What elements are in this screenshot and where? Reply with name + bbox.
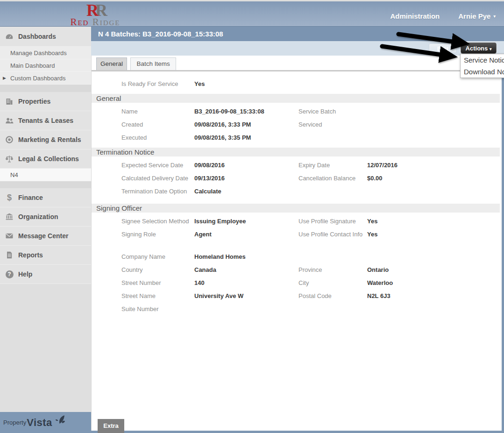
field-label: Termination Date Option <box>121 188 194 195</box>
sidebar-item-label: Help <box>18 270 32 278</box>
sidebar-item-label: Marketing & Rentals <box>18 136 81 143</box>
sidebar-item-custom-dashboards[interactable]: ▶ Custom Dashboards <box>0 72 91 85</box>
row-spacer <box>92 241 502 250</box>
extra-button[interactable]: Extra <box>98 419 124 433</box>
sidebar-item-properties[interactable]: Properties <box>0 92 91 111</box>
sidebar-item-dashboards[interactable]: Dashboards <box>0 27 91 47</box>
field-label: Expiry Date <box>298 162 367 169</box>
sidebar-item-label: Dashboards <box>18 33 56 40</box>
sidebar-item-manage-dashboards[interactable]: Manage Dashboards <box>0 47 91 59</box>
sidebar-item-tenants-leases[interactable]: Tenants & Leases <box>0 111 91 130</box>
field-label: Executed <box>121 134 194 141</box>
sidebar-item-marketing-rentals[interactable]: Marketing & Rentals <box>0 130 91 149</box>
form-row: Country Canada Province Ontario <box>92 263 502 276</box>
form-row: Signee Selection Method Issuing Employee… <box>92 214 502 227</box>
field-value: 09/08/2016 <box>194 162 298 169</box>
field-label: Is Ready For Service <box>121 80 194 87</box>
sidebar: Dashboards Manage Dashboards Main Dashbo… <box>0 27 91 412</box>
leaf-icon <box>53 414 65 428</box>
sidebar-item-help[interactable]: ? Help <box>0 265 91 284</box>
field-label: Name <box>121 108 194 115</box>
form-row: Calculated Delivery Date 09/13/2016 Canc… <box>92 171 502 185</box>
sidebar-item-label: Properties <box>18 98 50 105</box>
field-value: 09/08/2016, 3:33 PM <box>194 121 298 128</box>
sidebar-group-gap <box>0 181 91 188</box>
field-value: B3_2016-09-08_15:33:08 <box>194 108 298 115</box>
batch-form: Is Ready For Service Yes General Name B3… <box>92 71 502 315</box>
sidebar-item-legal-collections[interactable]: Legal & Collections <box>0 149 91 169</box>
tab-batch-items[interactable]: Batch Items <box>130 57 176 70</box>
chevron-right-icon: ▶ <box>3 76 10 80</box>
gauge-icon <box>4 32 15 41</box>
form-row: Name B3_2016-09-08_15:33:08 Service Batc… <box>92 105 502 118</box>
main-panel: N 4 Batches: B3_2016-09-08_15:33:08 Edit… <box>91 27 504 433</box>
tenants-icon <box>4 116 15 125</box>
field-value: Yes <box>367 218 502 225</box>
field-value: Waterloo <box>367 279 502 286</box>
field-value: 140 <box>194 279 298 286</box>
edit-button[interactable]: Edit <box>429 43 457 53</box>
field-value: 09/13/2016 <box>194 175 298 182</box>
sidebar-item-reports[interactable]: Reports <box>0 246 91 265</box>
form-row: Termination Date Option Calculate <box>92 185 502 198</box>
field-value: University Ave W <box>194 292 298 299</box>
sidebar-item-message-center[interactable]: Message Center <box>0 227 91 246</box>
form-row: Street Name University Ave W Postal Code… <box>92 289 502 302</box>
field-label: Expected Service Date <box>121 162 194 169</box>
actions-button[interactable]: Actions ▾ <box>461 43 497 54</box>
field-label: Cancellation Balance <box>298 175 367 182</box>
field-value: Calculate <box>194 188 298 195</box>
brand-property: Property <box>3 419 26 426</box>
field-value: Issuing Employee <box>194 218 298 225</box>
field-label: Country <box>121 266 194 273</box>
sidebar-item-n4[interactable]: N4 <box>0 169 91 181</box>
field-value: Yes <box>194 80 298 87</box>
tab-general[interactable]: General <box>96 57 127 70</box>
field-label: Signing Role <box>121 231 194 238</box>
field-value: N2L 6J3 <box>367 292 502 299</box>
bank-icon <box>4 213 15 221</box>
form-row: Is Ready For Service Yes <box>92 77 502 90</box>
administration-link[interactable]: Administration <box>390 12 440 20</box>
monogram-front: R <box>86 2 99 19</box>
menu-item-download-notice[interactable]: Download Not <box>461 66 504 78</box>
building-icon <box>4 97 15 106</box>
field-label: Province <box>298 266 367 273</box>
field-label: Street Number <box>121 279 194 286</box>
user-name: Arnie Pye <box>458 12 490 20</box>
chevron-down-icon: ▾ <box>490 47 492 51</box>
field-label: Calculated Delivery Date <box>121 175 194 182</box>
sidebar-item-label: N4 <box>10 171 18 178</box>
field-value: $0.00 <box>367 175 502 182</box>
sidebar-item-label: Organization <box>18 213 58 220</box>
form-row: Company Name Homeland Homes <box>92 250 502 263</box>
field-label: Company Name <box>121 253 194 260</box>
field-label: Created <box>121 121 194 128</box>
field-label: Use Profile Signature <box>298 218 367 225</box>
envelope-icon <box>4 232 15 240</box>
field-value: Homeland Homes <box>194 253 298 260</box>
menu-item-service-notice[interactable]: Service Notice <box>461 54 504 66</box>
field-label: Service Batch <box>298 108 367 115</box>
form-row: Street Number 140 City Waterloo <box>92 276 502 289</box>
report-icon <box>4 251 15 259</box>
field-label: Street Name <box>121 292 194 299</box>
section-header: Termination Notice <box>92 148 500 156</box>
field-label: Serviced <box>298 121 367 128</box>
sidebar-group-gap <box>0 85 91 92</box>
sidebar-item-main-dashboard[interactable]: Main Dashboard <box>0 59 91 72</box>
top-header: R R Red Ridge Real Estate Management Adm… <box>0 0 504 27</box>
sidebar-item-finance[interactable]: $ Finance <box>0 188 91 207</box>
field-value: 12/07/2016 <box>367 162 502 169</box>
user-menu[interactable]: Arnie Pye ▾ <box>458 12 496 20</box>
field-label: City <box>298 279 367 286</box>
form-row: Signing Role Agent Use Profile Contact I… <box>92 227 502 241</box>
red-ridge-monogram-icon: R R <box>64 2 126 16</box>
field-label: Suite Number <box>121 305 194 312</box>
actions-dropdown-menu: Service Notice Download Not <box>460 54 504 78</box>
form-row: Created 09/08/2016, 3:33 PM Serviced <box>92 118 502 131</box>
field-label: Signee Selection Method <box>121 218 194 225</box>
sidebar-item-organization[interactable]: Organization <box>0 207 91 227</box>
form-row: Suite Number <box>92 302 502 315</box>
top-nav: Administration Arnie Pye ▾ <box>390 12 496 20</box>
